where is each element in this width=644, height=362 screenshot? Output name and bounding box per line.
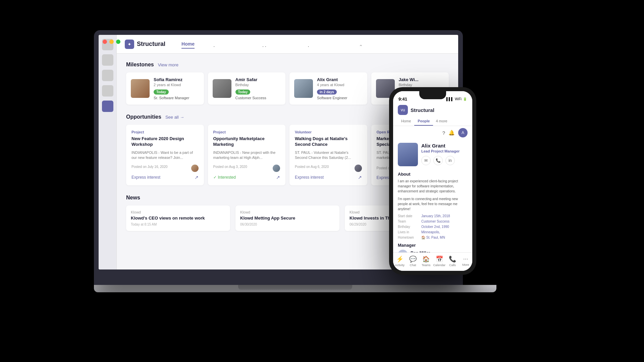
share-icon-2[interactable]: ↗ (358, 175, 362, 180)
user-avatar-icon[interactable]: A (458, 128, 468, 137)
opp-avatar-2 (355, 165, 362, 172)
detail-value-livesin: Minneapolis, (421, 230, 440, 234)
phone-tab-more[interactable]: 4 more (433, 118, 450, 126)
opp-desc-2: ST. PAUL - Volunteer at Natalie's Second… (295, 150, 362, 161)
email-button[interactable]: ✉ (421, 156, 431, 165)
sidebar-icon-4[interactable] (102, 85, 113, 97)
phone-nav-activity[interactable]: ⚡ Activity (393, 255, 406, 267)
opp-card-2: Volunteer Walking Dogs at Natalie's Seco… (289, 125, 367, 185)
laptop-base-inner (238, 285, 352, 290)
detail-value-team: Customer Success (421, 220, 449, 223)
detail-label-birthday: Birthday (398, 225, 421, 229)
express-interest-btn-0[interactable]: Express interest (131, 175, 160, 180)
phone-about: About I am an experienced client-facing … (393, 169, 472, 252)
role-title: Project Manager (431, 149, 460, 153)
opp-avatar-1 (273, 165, 280, 172)
brand-name: Structural (137, 41, 165, 48)
person-info: Alix Grant Lead Project Manager ✉ 📞 in (421, 143, 468, 165)
milestone-info-0: Sofia Ramirez 2 years at Klowd Today Sr.… (154, 77, 199, 100)
news-title-0: Klowd's CEO views on remote work (131, 216, 225, 221)
phone-tab-home[interactable]: Home (398, 118, 414, 126)
role-prefix: Lead (421, 149, 430, 153)
address-bar[interactable] (195, 37, 362, 46)
phone-container: 9:41 ▌▌▌ WiFi 🔋 vu Structural Home (389, 87, 476, 275)
status-icons: ▌▌▌ WiFi 🔋 (446, 97, 467, 101)
activity-icon: ⚡ (396, 255, 404, 263)
milestone-info-1: Amir Safar Birthday Today Customer Succe… (235, 77, 281, 100)
bell-icon[interactable]: 🔔 (448, 130, 455, 136)
brand-logo: ✦ (125, 40, 134, 49)
opp-desc-0: INDIANAPOLIS - Want to be a part of our … (131, 150, 199, 161)
milestone-badge-2: in 2 days (317, 89, 337, 95)
teams-icon: 🏠 (422, 255, 430, 263)
activity-label: Activity (395, 263, 405, 267)
person-card: Alix Grant Lead Project Manager ✉ 📞 in (393, 139, 472, 169)
phone-nav-chat[interactable]: 💬 Chat (406, 255, 419, 267)
person-role: Lead Project Manager (421, 149, 468, 153)
calls-icon: 📞 (449, 255, 456, 263)
opp-title-1: Opportunity Marketplace Marketing (213, 136, 280, 147)
news-card-1: Klowd Klowd Metting App Secure 06/30/202… (235, 205, 339, 231)
phone-nav-teams[interactable]: 🏠 Teams (420, 255, 433, 267)
opp-see-all[interactable]: See all → (165, 115, 184, 120)
phone-nav-calls[interactable]: 📞 Calls (446, 255, 459, 267)
milestones-header: Milestones View more (126, 62, 449, 68)
share-icon-0[interactable]: ↗ (195, 175, 199, 180)
express-interest-btn-2[interactable]: Express interest (295, 175, 324, 180)
calendar-icon: 📅 (436, 255, 443, 263)
interested-btn-1[interactable]: ✓ Interested (213, 175, 236, 180)
manager-card: Ron Miller Senior Project Manager (398, 250, 468, 252)
milestone-sub-3: Birthday (399, 83, 444, 87)
phone-app-header: vu Structural Home People 4 more (393, 103, 472, 126)
sidebar-icon-2[interactable] (102, 54, 113, 66)
phone-button[interactable]: 📞 (433, 156, 443, 165)
opp-type-1: Project (213, 130, 280, 134)
milestone-avatar-2 (294, 79, 313, 98)
opp-card-0: Project New Feature 2020 Design Workshop… (126, 125, 204, 185)
brand: ✦ Structural (125, 40, 165, 49)
milestone-role-0: Sr. Software Manager (154, 96, 199, 100)
detail-livesin: Lives in Minneapolis, (398, 230, 468, 234)
detail-startdate: Start date January 15th, 2018 (398, 214, 468, 218)
milestone-sub-1: Birthday (235, 83, 281, 87)
milestone-card-0: Sofia Ramirez 2 years at Klowd Today Sr.… (126, 72, 204, 105)
maximize-button[interactable] (116, 40, 120, 44)
phone-brand-avatar: vu (398, 105, 408, 115)
milestone-role-1: Customer Success (235, 96, 281, 100)
share-icon-1[interactable]: ↗ (276, 175, 280, 180)
opp-avatar-0 (191, 165, 199, 172)
milestone-name-2: Alix Grant (317, 77, 363, 82)
more-label: More (462, 263, 469, 266)
phone-nav-more[interactable]: ··· More (459, 255, 472, 267)
phone-bottom-nav: ⚡ Activity 💬 Chat 🏠 Teams 📅 Calendar (393, 252, 472, 271)
news-title: News (126, 195, 140, 201)
help-icon[interactable]: ? (442, 130, 445, 136)
phone-nav-calendar[interactable]: 📅 Calendar (433, 255, 446, 267)
milestone-name-0: Sofia Ramirez (154, 77, 199, 82)
minimize-button[interactable] (109, 40, 114, 44)
close-button[interactable] (103, 40, 107, 44)
sidebar-icon-active[interactable] (102, 101, 113, 112)
opp-type-2: Volunteer (295, 130, 362, 134)
phone-toolbar: ? 🔔 A (393, 126, 472, 139)
milestone-name-1: Amir Safar (235, 77, 281, 82)
nav-home[interactable]: Home (181, 40, 195, 49)
milestones-view-more[interactable]: View more (158, 62, 178, 67)
opp-title: Opportunities (126, 114, 161, 120)
chat-icon: 💬 (409, 255, 417, 263)
phone-body: 9:41 ▌▌▌ WiFi 🔋 vu Structural Home (389, 87, 476, 275)
sidebar-icon-3[interactable] (102, 70, 113, 81)
linkedin-button[interactable]: in (445, 156, 455, 165)
detail-value-birthday: October 2nd, 1990 (421, 225, 449, 229)
calendar-label: Calendar (433, 263, 445, 267)
milestone-info-2: Alix Grant 4 years at Klowd in 2 days So… (317, 77, 363, 100)
signal-icon: ▌▌▌ (446, 97, 453, 101)
laptop-base (94, 285, 496, 292)
about-text-2: I'm open to connecting and meeting new p… (398, 196, 468, 212)
detail-label-team: Team (398, 220, 421, 223)
milestone-role-2: Software Engineer (317, 96, 363, 100)
detail-label-startdate: Start date (398, 214, 421, 218)
milestone-badge-0: Today (154, 89, 169, 95)
wifi-icon: WiFi (455, 97, 462, 101)
phone-tab-people[interactable]: People (414, 118, 433, 126)
